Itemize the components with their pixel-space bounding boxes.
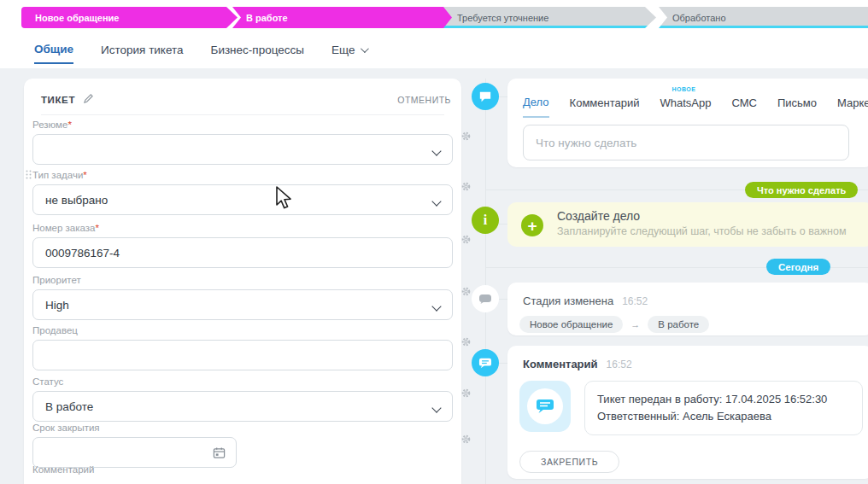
edit-pencil-icon[interactable] (83, 92, 94, 108)
tl-tab-whatsapp[interactable]: НОВОЕ WhatsApp (660, 96, 711, 118)
order-number-input[interactable]: 0009786167-4 (32, 237, 453, 268)
gear-icon[interactable] (460, 233, 472, 248)
gear-icon[interactable] (460, 180, 472, 195)
info-subtitle: Запланируйте следующий шаг, чтобы не заб… (507, 223, 868, 237)
comment-icon (472, 349, 499, 376)
stage-label: Новое обращение (35, 13, 119, 23)
field-label: Резюме (32, 120, 67, 130)
gear-icon[interactable] (460, 433, 472, 448)
todo-badge[interactable]: Что нужно сделать (745, 182, 858, 198)
stage-in-progress[interactable]: В работе (232, 7, 461, 28)
field-label: Номер заказа (32, 223, 95, 233)
stage-label: Требуется уточнение (457, 13, 548, 23)
gear-icon[interactable] (460, 335, 472, 351)
field-seller: Продавец (32, 325, 453, 370)
todo-input[interactable] (523, 125, 849, 160)
field-priority: Приоритет High (32, 275, 453, 320)
stage-from-pill: Новое обращение (519, 316, 623, 333)
timeline-tabs: Дело Комментарий НОВОЕ WhatsApp СМС Пись… (507, 79, 868, 118)
stage-pipeline: Новое обращение В работе Требуется уточн… (21, 7, 868, 28)
chevron-down-icon (431, 196, 441, 206)
stage-label: В работе (246, 13, 288, 23)
stage-change-event-card: Стадия изменена 16:52 Новое обращение → … (507, 283, 868, 335)
comment-event-card: Комментарий 16:52 Тикет передан в работу… (507, 346, 868, 479)
today-badge[interactable]: Сегодня (766, 259, 830, 275)
new-badge: НОВОЕ (672, 86, 695, 92)
closing-date-input[interactable] (32, 437, 237, 468)
field-label: Приоритет (32, 275, 81, 285)
chevron-down-icon (431, 301, 441, 311)
chevron-down-icon (431, 403, 441, 412)
field-label: Статус (32, 376, 63, 387)
tab-ticket-history[interactable]: История тикета (101, 43, 183, 64)
timeline-composer-card: Дело Комментарий НОВОЕ WhatsApp СМС Пись… (507, 79, 868, 167)
field-comment: Комментарий (32, 464, 453, 479)
event-title: Комментарий (523, 358, 598, 370)
stage-to-pill: В работе (648, 316, 709, 333)
form-title: ТИКЕТ (41, 95, 75, 105)
tl-tab-comment[interactable]: Комментарий (570, 96, 640, 118)
tl-tab-market[interactable]: Маркет (837, 96, 868, 118)
gear-icon[interactable] (460, 387, 472, 402)
timeline-rail (485, 79, 486, 484)
tab-more[interactable]: Еще (331, 43, 367, 64)
field-resume: Резюме* (32, 120, 453, 165)
info-title: Создайте дело (507, 202, 868, 223)
crm-ticket-page: Новое обращение В работе Требуется уточн… (0, 0, 868, 484)
comment-text: Тикет передан в работу: 17.04.2025 16:52… (584, 381, 863, 435)
status-select[interactable]: В работе (32, 391, 453, 422)
event-title: Стадия изменена (523, 294, 613, 307)
resume-select[interactable] (32, 134, 453, 165)
arrow-right-icon: → (630, 319, 640, 329)
comment-avatar (519, 381, 571, 432)
event-time: 16:52 (607, 359, 632, 370)
field-label: Срок закрытия (32, 423, 100, 433)
chat-bubble-icon (536, 398, 554, 415)
create-activity-card[interactable]: + Создайте дело Запланируйте следующий ш… (507, 202, 868, 247)
field-label: Продавец (32, 325, 78, 335)
field-status: Статус В работе (32, 376, 453, 422)
gear-icon[interactable] (460, 130, 472, 145)
gear-icon[interactable] (460, 285, 472, 300)
stage-clarification[interactable]: Требуется уточнение (443, 7, 656, 28)
field-label: Тип задачи (32, 170, 83, 180)
page-tabs: Общие История тикета Бизнес-процессы Еще (34, 43, 367, 64)
chevron-down-icon (361, 44, 369, 53)
stage-change-icon (472, 285, 499, 312)
tab-general[interactable]: Общие (34, 43, 73, 64)
plus-icon[interactable]: + (521, 214, 543, 236)
chevron-down-icon (431, 146, 441, 155)
divider (41, 114, 444, 115)
stage-processed[interactable]: Обработано (659, 7, 868, 28)
seller-input[interactable] (32, 340, 453, 370)
field-closing-date: Срок закрытия (32, 423, 453, 468)
drag-handle-icon[interactable] (26, 168, 32, 184)
priority-select[interactable]: High (32, 289, 453, 320)
form-header: ТИКЕТ ОТМЕНИТЬ (41, 89, 451, 111)
stage-label: Обработано (672, 13, 726, 23)
stage-new[interactable]: Новое обращение (21, 7, 238, 28)
tl-tab-deal[interactable]: Дело (523, 96, 549, 118)
ticket-form-card: ТИКЕТ ОТМЕНИТЬ Резюме* Тип задачи* (24, 79, 461, 484)
event-time: 16:52 (622, 295, 648, 307)
cancel-button[interactable]: ОТМЕНИТЬ (397, 95, 451, 105)
field-order-number: Номер заказа* 0009786167-4 (32, 223, 453, 268)
field-label: Комментарий (32, 464, 94, 475)
calendar-icon[interactable] (213, 446, 226, 462)
chat-bubble-icon (472, 83, 499, 110)
tab-business-processes[interactable]: Бизнес-процессы (211, 43, 304, 64)
tl-tab-sms[interactable]: СМС (731, 96, 756, 118)
task-type-select[interactable]: не выбрано (32, 184, 453, 215)
mouse-cursor (275, 186, 294, 215)
info-icon: i (472, 207, 499, 234)
pin-button[interactable]: ЗАКРЕПИТЬ (519, 451, 619, 473)
tl-tab-letter[interactable]: Письмо (777, 96, 817, 118)
field-task-type: Тип задачи* не выбрано (32, 170, 453, 215)
